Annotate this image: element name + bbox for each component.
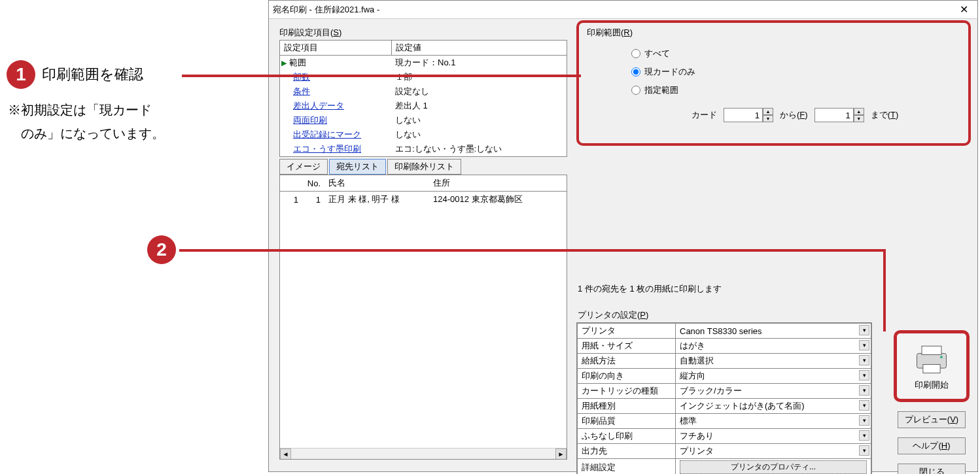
from-input[interactable] [724, 108, 763, 122]
annotation-1-text: 印刷範囲を確認 [42, 65, 143, 84]
range-group-label: 印刷範囲(R) [587, 27, 633, 39]
tab-address-list[interactable]: 宛先リスト [329, 159, 386, 175]
help-button[interactable]: ヘルプ(H) [898, 437, 966, 454]
printer-row-paper[interactable]: 用紙・サイズはがき▾ [578, 339, 871, 354]
settings-row-condition[interactable]: 条件 設定なし [280, 84, 567, 99]
dropdown-icon[interactable]: ▾ [859, 400, 869, 411]
printer-row-key: 用紙種別 [578, 399, 676, 414]
printer-row-printer[interactable]: プリンタCanon TS8330 series▾ [578, 324, 871, 339]
addr-header-blank [280, 175, 302, 192]
to-input[interactable] [814, 108, 854, 122]
address-list: No. 氏名 住所 1 1 正月 来 様, 明子 様 124-0012 東京都葛… [279, 175, 567, 460]
circle-number-1: 1 [7, 60, 35, 89]
printer-row-cartridge[interactable]: カートリッジの種類ブラック/カラー▾ [578, 384, 871, 399]
settings-row-name: 出受記録にマーク [284, 129, 361, 139]
list-tabs: イメージ 宛先リスト 印刷除外リスト [279, 159, 461, 175]
settings-header-item: 設定項目 [280, 41, 391, 56]
printer-row-feed[interactable]: 給紙方法自動選択▾ [578, 354, 871, 369]
printer-row-val: ブラック/カラー [680, 386, 742, 396]
dropdown-icon[interactable]: ▾ [859, 355, 869, 365]
settings-row-value: エコ:しない・うす墨:しない [391, 142, 567, 156]
print-start-button[interactable]: 印刷開始 [894, 330, 970, 402]
scroll-track[interactable] [291, 449, 555, 459]
printer-row-quality[interactable]: 印刷品質標準▾ [578, 414, 871, 429]
current-marker-icon: ▶ [281, 59, 289, 67]
radio-all-input[interactable] [631, 49, 640, 58]
settings-row-sender[interactable]: 差出人データ 差出人 1 [280, 99, 567, 113]
settings-row-mark[interactable]: 出受記録にマーク しない [280, 127, 567, 142]
tab-image[interactable]: イメージ [279, 159, 328, 175]
printer-row-key: 用紙・サイズ [578, 339, 676, 354]
scroll-left-icon[interactable]: ◄ [280, 449, 291, 460]
to-up-icon[interactable]: ▲ [854, 108, 864, 115]
radio-all[interactable]: すべて [631, 48, 955, 59]
settings-row-eco[interactable]: エコ・うす墨印刷 エコ:しない・うす墨:しない [280, 142, 567, 156]
printer-row-key: 印刷品質 [578, 414, 676, 429]
radio-range-input[interactable] [631, 86, 640, 95]
settings-row-value: しない [391, 113, 567, 127]
from-up-icon[interactable]: ▲ [763, 108, 773, 115]
printer-section-label: プリンタの設定(P) [578, 309, 648, 321]
printer-row-detail[interactable]: 詳細設定プリンタのプロパティ... [578, 459, 871, 475]
addr-row-idx: 1 [280, 192, 302, 208]
printer-row-key: カートリッジの種類 [578, 384, 676, 399]
printer-row-borderless[interactable]: ふちなし印刷フチあり▾ [578, 429, 871, 444]
printer-row-val: フチあり [680, 431, 714, 441]
dropdown-icon[interactable]: ▾ [859, 325, 869, 335]
scroll-right-icon[interactable]: ► [555, 449, 567, 460]
svg-rect-1 [922, 346, 941, 354]
printer-row-val: Canon TS8330 series [680, 326, 762, 336]
right-button-column: 印刷開始 プレビュー(V) ヘルプ(H) 閉じる [894, 330, 970, 474]
circle-number-2: 2 [147, 235, 176, 264]
dropdown-icon[interactable]: ▾ [859, 340, 869, 350]
range-label-pre: 印刷範囲( [587, 27, 623, 37]
radio-current[interactable]: 現カードのみ [631, 66, 955, 78]
dropdown-icon[interactable]: ▾ [859, 430, 869, 441]
printer-row-output[interactable]: 出力先プリンタ▾ [578, 444, 871, 459]
dropdown-icon[interactable]: ▾ [859, 415, 869, 426]
settings-row-copies[interactable]: 部数 １部 [280, 70, 567, 84]
svg-rect-2 [923, 364, 940, 373]
horizontal-scrollbar[interactable]: ◄ ► [280, 448, 567, 459]
preview-button[interactable]: プレビュー(V) [898, 411, 966, 428]
radio-range-label: 指定範囲 [644, 84, 678, 96]
from-down-icon[interactable]: ▼ [763, 115, 773, 122]
dropdown-icon[interactable]: ▾ [859, 445, 869, 456]
svg-point-3 [940, 356, 943, 358]
printer-settings-table: プリンタCanon TS8330 series▾ 用紙・サイズはがき▾ 給紙方法… [576, 322, 872, 474]
status-text: 1 件の宛先を 1 枚の用紙に印刷します [578, 283, 722, 295]
addr-row[interactable]: 1 1 正月 来 様, 明子 様 124-0012 東京都葛飾区 [280, 192, 567, 208]
close-button[interactable]: 閉じる [898, 464, 966, 474]
radio-current-input[interactable] [631, 67, 640, 76]
settings-row-value: 現カード：No.1 [391, 56, 567, 71]
settings-row-duplex[interactable]: 両面印刷 しない [280, 113, 567, 127]
settings-row-name: 差出人データ [284, 101, 344, 110]
settings-row-name: 条件 [284, 86, 310, 96]
addr-header-no: No. [302, 175, 324, 192]
settings-row-value: 差出人 1 [391, 99, 567, 113]
printer-row-val: プリンタ [680, 446, 714, 456]
printer-properties-button[interactable]: プリンタのプロパティ... [680, 460, 867, 474]
radio-current-label: 現カードのみ [644, 66, 695, 78]
printer-label-pre: プリンタの設定( [578, 310, 640, 320]
printer-row-paper-type[interactable]: 用紙種別インクジェットはがき(あて名面)▾ [578, 399, 871, 414]
radio-range[interactable]: 指定範囲 [631, 84, 955, 96]
tab-exclude-list[interactable]: 印刷除外リスト [387, 159, 461, 175]
print-start-label: 印刷開始 [915, 379, 949, 391]
to-down-icon[interactable]: ▼ [854, 115, 864, 122]
window-title: 宛名印刷 - 住所録2021.fwa - [273, 4, 954, 16]
print-range-group: 印刷範囲(R) すべて 現カードのみ 指定範囲 カード ▲▼ から(F [576, 20, 971, 146]
print-dialog: 宛名印刷 - 住所録2021.fwa - ✕ 印刷設定項目(S) 設定項目 設定… [268, 0, 978, 472]
printer-row-key: 印刷の向き [578, 369, 676, 384]
dropdown-icon[interactable]: ▾ [859, 385, 869, 396]
dropdown-icon[interactable]: ▾ [859, 370, 869, 381]
settings-section-label: 印刷設定項目(S) [279, 27, 341, 39]
settings-row-range[interactable]: ▶範囲 現カード：No.1 [280, 56, 567, 71]
close-icon[interactable]: ✕ [954, 3, 973, 16]
addr-header-name: 氏名 [324, 175, 429, 192]
settings-row-name: 範囲 [289, 58, 306, 67]
to-spinner[interactable]: ▲▼ [814, 108, 864, 122]
settings-row-value: 設定なし [391, 84, 567, 99]
from-spinner[interactable]: ▲▼ [724, 108, 773, 122]
printer-row-orientation[interactable]: 印刷の向き縦方向▾ [578, 369, 871, 384]
